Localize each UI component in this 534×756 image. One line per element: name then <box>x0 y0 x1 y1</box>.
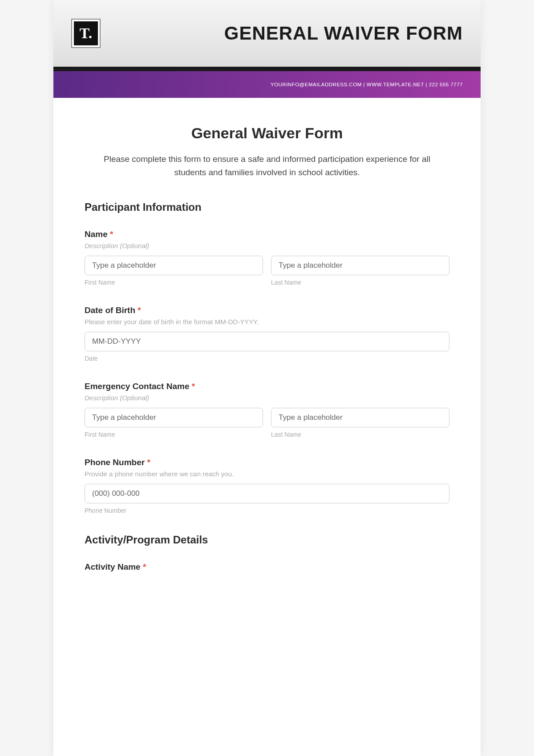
activity-name-label: Activity Name * <box>85 562 449 572</box>
field-name: Name * Description (Optional) First Name… <box>85 229 449 286</box>
name-description: Description (Optional) <box>85 242 449 249</box>
field-dob: Date of Birth * Please enter your date o… <box>85 306 449 362</box>
contact-bar: YOURINFO@EMAILADDRESS.COM | WWW.TEMPLATE… <box>53 71 481 98</box>
logo: T. <box>71 19 101 48</box>
phone-sublabel: Phone Number <box>85 507 449 514</box>
emergency-last-name-input[interactable] <box>271 408 449 427</box>
phone-label-text: Phone Number <box>85 458 145 467</box>
logo-text: T. <box>74 21 98 45</box>
activity-name-label-text: Activity Name <box>85 562 141 571</box>
required-asterisk: * <box>138 306 141 315</box>
dob-input[interactable] <box>85 332 449 351</box>
field-phone: Phone Number * Provide a phone number wh… <box>85 458 449 514</box>
emergency-last-sublabel: Last Name <box>271 431 449 438</box>
required-asterisk: * <box>147 458 150 467</box>
dob-description: Please enter your date of birth in the f… <box>85 318 449 326</box>
emergency-first-name-input[interactable] <box>85 408 263 427</box>
dob-sublabel: Date <box>85 355 449 362</box>
last-name-input[interactable] <box>271 256 449 275</box>
dob-label-text: Date of Birth <box>85 306 135 315</box>
phone-label: Phone Number * <box>85 458 449 467</box>
first-name-sublabel: First Name <box>85 279 263 286</box>
form-intro: Please complete this form to ensure a sa… <box>85 153 449 180</box>
emergency-first-sublabel: First Name <box>85 431 263 438</box>
section-participant-heading: Participant Information <box>85 201 449 213</box>
first-name-input[interactable] <box>85 256 263 275</box>
last-name-sublabel: Last Name <box>271 279 449 286</box>
section-activity-heading: Activity/Program Details <box>85 534 449 546</box>
contact-line: YOURINFO@EMAILADDRESS.COM | WWW.TEMPLATE… <box>271 82 463 87</box>
field-activity-name: Activity Name * <box>85 562 449 572</box>
name-label-text: Name <box>85 229 108 239</box>
dob-label: Date of Birth * <box>85 306 449 315</box>
phone-description: Provide a phone number where we can reac… <box>85 470 449 478</box>
emergency-label-text: Emergency Contact Name <box>85 382 189 391</box>
required-asterisk: * <box>143 562 146 571</box>
field-emergency-name: Emergency Contact Name * Description (Op… <box>85 382 449 438</box>
name-label: Name * <box>85 229 449 239</box>
header-top: T. GENERAL WAIVER FORM <box>53 0 481 67</box>
required-asterisk: * <box>110 229 113 239</box>
required-asterisk: * <box>192 382 195 391</box>
form-title: General Waiver Form <box>85 125 449 142</box>
page-container: T. GENERAL WAIVER FORM YOURINFO@EMAILADD… <box>53 0 481 756</box>
phone-input[interactable] <box>85 484 449 503</box>
header-title: GENERAL WAIVER FORM <box>224 23 463 44</box>
header-divider <box>53 67 481 71</box>
form-area: General Waiver Form Please complete this… <box>53 98 481 572</box>
emergency-description: Description (Optional) <box>85 394 449 402</box>
emergency-label: Emergency Contact Name * <box>85 382 449 391</box>
